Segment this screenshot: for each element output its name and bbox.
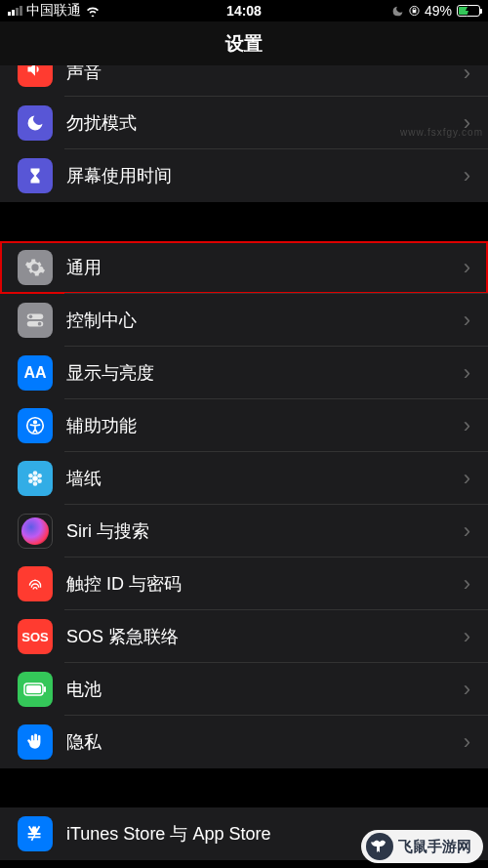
gear-icon xyxy=(18,250,53,285)
flower-icon xyxy=(18,461,53,496)
svg-point-12 xyxy=(33,481,38,486)
chevron-right-icon: › xyxy=(464,518,470,544)
svg-point-8 xyxy=(32,475,38,481)
row-label: 辅助功能 xyxy=(66,414,464,437)
settings-group: 通用 › 控制中心 › AA 显示与亮度 › 辅助功能 › xyxy=(0,241,488,768)
status-time: 14:08 xyxy=(226,3,262,19)
svg-point-14 xyxy=(28,474,33,478)
row-sos[interactable]: SOS SOS 紧急联络 › xyxy=(0,610,488,663)
switches-icon xyxy=(18,303,53,338)
status-right: 49% xyxy=(391,3,480,19)
svg-point-9 xyxy=(33,471,38,475)
lock-icon xyxy=(409,4,420,18)
hand-icon xyxy=(18,724,53,760)
status-bar: 中国联通 14:08 49% xyxy=(0,0,488,21)
chevron-right-icon: › xyxy=(464,677,470,702)
chevron-right-icon: › xyxy=(464,163,470,188)
hourglass-icon xyxy=(18,158,53,193)
svg-point-4 xyxy=(29,315,33,319)
page-title: 设置 xyxy=(0,21,488,65)
row-label: 隐私 xyxy=(66,730,464,754)
sound-icon xyxy=(18,65,53,87)
row-battery[interactable]: 电池 › xyxy=(0,663,488,716)
chevron-right-icon: › xyxy=(464,255,470,280)
settings-list: 声音 › 勿扰模式 › 屏幕使用时间 › 通用 › xyxy=(0,65,488,868)
svg-point-7 xyxy=(34,421,37,424)
row-label: 屏幕使用时间 xyxy=(66,164,464,187)
row-label: 通用 xyxy=(66,256,464,279)
chevron-right-icon: › xyxy=(464,624,470,649)
chevron-right-icon: › xyxy=(464,729,470,755)
row-siri[interactable]: Siri 与搜索 › xyxy=(0,505,488,558)
row-control-center[interactable]: 控制中心 › xyxy=(0,294,488,347)
accessibility-icon xyxy=(18,408,53,443)
row-privacy[interactable]: 隐私 › xyxy=(0,716,488,768)
carrier-label: 中国联通 xyxy=(26,2,81,20)
row-wallpaper[interactable]: 墙纸 › xyxy=(0,452,488,505)
chevron-right-icon: › xyxy=(464,466,470,491)
sos-icon: SOS xyxy=(18,619,53,654)
chevron-right-icon: › xyxy=(464,65,470,86)
status-left: 中国联通 xyxy=(8,2,101,20)
row-touchid[interactable]: 触控 ID 与密码 › xyxy=(0,558,488,610)
battery-status-icon xyxy=(457,5,480,17)
svg-point-13 xyxy=(28,478,33,483)
chevron-right-icon: › xyxy=(464,413,470,438)
signal-icon xyxy=(8,6,22,16)
row-dnd[interactable]: 勿扰模式 › xyxy=(0,97,488,149)
row-label: 墙纸 xyxy=(66,467,464,490)
row-label: 触控 ID 与密码 xyxy=(66,572,464,596)
chevron-right-icon: › xyxy=(464,308,470,333)
moon-icon xyxy=(18,105,53,141)
row-display[interactable]: AA 显示与亮度 › xyxy=(0,347,488,399)
row-label: 声音 xyxy=(66,65,464,84)
watermark-text: 飞鼠手游网 xyxy=(398,838,471,856)
svg-point-5 xyxy=(38,322,42,326)
svg-point-11 xyxy=(37,478,42,483)
battery-icon xyxy=(18,672,53,707)
watermark: 飞鼠手游网 xyxy=(361,830,483,863)
row-label: SOS 紧急联络 xyxy=(66,625,464,648)
text-icon: AA xyxy=(18,355,53,391)
watermark-icon xyxy=(366,833,393,860)
fingerprint-icon xyxy=(18,566,53,601)
row-general[interactable]: 通用 › xyxy=(0,241,488,294)
row-label: 电池 xyxy=(66,678,464,701)
row-screentime[interactable]: 屏幕使用时间 › xyxy=(0,149,488,202)
wifi-icon xyxy=(85,5,101,17)
moon-status-icon xyxy=(391,5,404,18)
row-sound[interactable]: 声音 › xyxy=(0,65,488,97)
appstore-icon xyxy=(18,816,53,851)
row-label: Siri 与搜索 xyxy=(66,519,464,543)
row-label: 控制中心 xyxy=(66,309,464,332)
svg-point-10 xyxy=(37,474,42,478)
battery-percent: 49% xyxy=(425,3,452,19)
siri-icon xyxy=(18,514,53,549)
chevron-right-icon: › xyxy=(464,571,470,597)
svg-rect-16 xyxy=(26,685,41,693)
svg-rect-17 xyxy=(44,686,46,692)
row-accessibility[interactable]: 辅助功能 › xyxy=(0,399,488,452)
chevron-right-icon: › xyxy=(464,360,470,386)
svg-rect-1 xyxy=(413,11,416,13)
watermark-url: www.fsxfgy.com xyxy=(400,127,483,138)
row-label: 显示与亮度 xyxy=(66,361,464,385)
